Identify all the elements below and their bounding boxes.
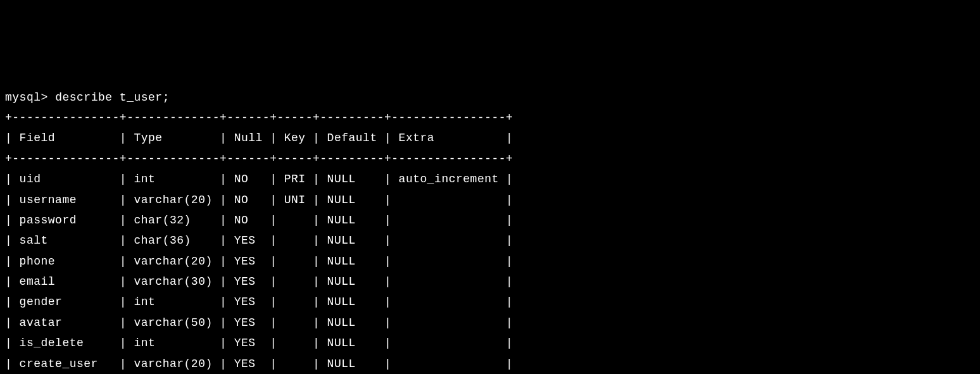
table-body: | uid | int | NO | PRI | NULL | auto_inc…	[5, 173, 513, 374]
table-border-top: +---------------+-------------+------+--…	[5, 111, 513, 124]
terminal-output: mysql> describe t_user; +---------------…	[5, 87, 975, 374]
command-text[interactable]: describe t_user;	[55, 91, 170, 104]
mysql-prompt: mysql>	[5, 91, 55, 104]
table-border-mid: +---------------+-------------+------+--…	[5, 153, 513, 165]
table-header-row: | Field | Type | Null | Key | Default | …	[5, 132, 513, 144]
